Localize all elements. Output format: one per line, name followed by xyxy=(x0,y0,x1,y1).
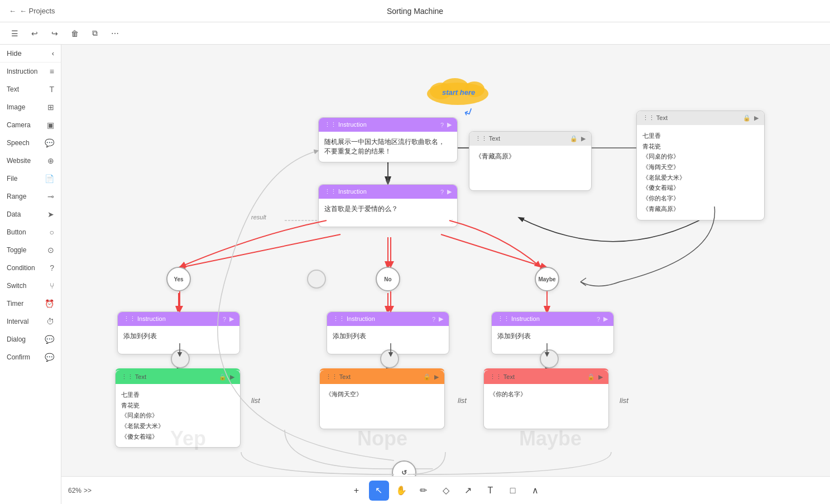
instruction-node-1-help[interactable]: ? xyxy=(440,122,444,128)
sidebar-item-confirm[interactable]: Confirm 💬 xyxy=(0,348,61,366)
sidebar-item-instruction[interactable]: Instruction ≡ xyxy=(0,63,61,80)
sidebar-item-switch-label: Switch xyxy=(7,282,26,290)
sidebar-item-toggle-label: Toggle xyxy=(7,246,26,254)
text-node-orange-play[interactable]: ▶ xyxy=(434,373,439,381)
sidebar-item-file[interactable]: File 📄 xyxy=(0,170,61,188)
bottom-connector-circle[interactable]: ↺ xyxy=(392,460,416,476)
text-node-1-lock[interactable]: 🔒 xyxy=(570,135,578,142)
undo-button[interactable]: ↩ xyxy=(27,26,42,41)
website-icon: ⊕ xyxy=(47,156,54,165)
maybe-circle[interactable]: Maybe xyxy=(535,267,559,291)
sidebar-item-data-label: Data xyxy=(7,210,21,218)
button-icon: ○ xyxy=(50,228,54,237)
instruction-no-node[interactable]: ⋮⋮ Instruction ? ▶ 添加到列表 xyxy=(327,311,449,354)
connector-no-bottom[interactable] xyxy=(380,349,399,368)
text-node-orange-label: ⋮⋮ Text xyxy=(325,373,351,381)
sidebar-item-dialog[interactable]: Dialog 💬 xyxy=(0,330,61,348)
text-node-orange[interactable]: ⋮⋮ Text 🔒 ▶ 《海阔天空》 xyxy=(319,368,445,429)
text-node-pink-body: 《你的名字》 xyxy=(484,384,608,429)
sidebar-item-speech-label: Speech xyxy=(7,139,30,147)
text-button[interactable]: T xyxy=(481,481,501,501)
sidebar-item-condition[interactable]: Condition ? xyxy=(0,259,61,277)
more-button[interactable]: ⋯ xyxy=(107,26,123,41)
instruction-yes-help[interactable]: ? xyxy=(223,316,226,323)
sidebar-hide-button[interactable]: Hide ‹ xyxy=(0,45,61,63)
arrow-button[interactable]: ↗ xyxy=(458,481,478,501)
instruction-maybe-node[interactable]: ⋮⋮ Instruction ? ▶ 添加到列表 xyxy=(491,311,614,354)
instruction-maybe-play[interactable]: ▶ xyxy=(603,315,608,323)
confirm-icon: 💬 xyxy=(45,353,54,362)
instruction-node-2-play[interactable]: ▶ xyxy=(447,188,452,195)
sidebar-item-confirm-label: Confirm xyxy=(7,353,30,361)
instruction-node-1-header: ⋮⋮ Instruction ? ▶ xyxy=(319,118,457,132)
eraser-button[interactable]: ◇ xyxy=(436,481,456,501)
add-button[interactable]: + xyxy=(347,481,367,501)
sidebar-item-switch[interactable]: Switch ⑂ xyxy=(0,277,61,295)
instruction-node-1[interactable]: ⋮⋮ Instruction ? ▶ 随机展示一中国大陆地区流行歌曲歌名，不要重… xyxy=(318,117,458,162)
sidebar-item-text[interactable]: Text T xyxy=(0,80,61,98)
sidebar-item-image[interactable]: Image ⊞ xyxy=(0,98,61,116)
connector-circle-1[interactable] xyxy=(307,270,326,289)
instruction-no-play[interactable]: ▶ xyxy=(439,315,443,323)
text-node-1[interactable]: ⋮⋮ Text 🔒 ▶ 《青藏高原》 xyxy=(469,131,592,191)
zoom-expand[interactable]: >> xyxy=(84,487,92,495)
instruction-maybe-help[interactable]: ? xyxy=(597,316,600,323)
sidebar-item-instruction-label: Instruction xyxy=(7,68,37,75)
sidebar-item-toggle[interactable]: Toggle ⊙ xyxy=(0,241,61,259)
connector-maybe-bottom[interactable] xyxy=(540,349,559,368)
instruction-node-1-play[interactable]: ▶ xyxy=(447,121,452,128)
instruction-node-2[interactable]: ⋮⋮ Instruction ? ▶ 这首歌是关于爱情的么？ ⋮ xyxy=(318,184,458,227)
sidebar-item-camera[interactable]: Camera ▣ xyxy=(0,116,61,134)
toggle-icon: ⊙ xyxy=(47,246,54,255)
sidebar-item-speech[interactable]: Speech 💬 xyxy=(0,134,61,152)
instruction-node-2-body: 这首歌是关于爱情的么？ ⋮ xyxy=(319,199,457,227)
page-title: Sorting Machine xyxy=(387,7,443,16)
text-node-pink-play[interactable]: ▶ xyxy=(598,373,603,381)
yes-circle[interactable]: Yes xyxy=(166,267,191,291)
text-node-1-play[interactable]: ▶ xyxy=(581,135,586,142)
sidebar-item-timer[interactable]: Timer ⏰ xyxy=(0,295,61,313)
more-tools-button[interactable]: ∧ xyxy=(525,481,545,501)
menu-button[interactable]: ☰ xyxy=(7,26,22,41)
file-icon: 📄 xyxy=(45,174,54,183)
text-node-orange-header: ⋮⋮ Text 🔒 ▶ xyxy=(320,370,444,384)
sidebar-item-button[interactable]: Button ○ xyxy=(0,223,61,241)
delete-button[interactable]: 🗑 xyxy=(67,26,83,41)
condition-icon: ? xyxy=(50,263,54,272)
instruction-no-label: ⋮⋮ Instruction xyxy=(333,315,375,323)
text-node-big-lock[interactable]: 🔒 xyxy=(743,114,751,122)
text-node-green-play[interactable]: ▶ xyxy=(230,373,234,381)
instruction-node-2-help[interactable]: ? xyxy=(440,189,444,195)
back-button[interactable]: ← ← Projects xyxy=(9,7,55,15)
sidebar-item-range[interactable]: Range ⊸ xyxy=(0,188,61,205)
bottom-toolbar: 62% >> + ↖ ✋ ✏ ◇ ↗ T □ ∧ xyxy=(61,476,830,504)
sidebar-item-data[interactable]: Data ➤ xyxy=(0,205,61,223)
data-icon: ➤ xyxy=(47,210,54,219)
text-node-pink-lock[interactable]: 🔒 xyxy=(587,373,595,381)
text-node-green-lock[interactable]: 🔒 xyxy=(219,373,227,381)
text-node-big[interactable]: ⋮⋮ Text 🔒 ▶ 七里香青花瓷《同桌的你》《海阔天空》《老鼠爱大米》《傻女… xyxy=(636,111,765,220)
instruction-yes-play[interactable]: ▶ xyxy=(229,315,234,323)
note-button[interactable]: □ xyxy=(503,481,523,501)
select-button[interactable]: ↖ xyxy=(369,481,389,501)
connector-yes-bottom[interactable] xyxy=(171,349,190,368)
duplicate-button[interactable]: ⧉ xyxy=(87,26,103,41)
sidebar-item-interval[interactable]: Interval ⏱ xyxy=(0,313,61,330)
hand-button[interactable]: ✋ xyxy=(391,481,411,501)
no-circle[interactable]: No xyxy=(376,267,400,291)
text-node-big-play[interactable]: ▶ xyxy=(754,114,759,122)
text-node-orange-lock[interactable]: 🔒 xyxy=(423,373,431,381)
back-label: ← Projects xyxy=(20,7,55,15)
canvas[interactable]: start here ↱ ⋮⋮ Instruction ? ▶ 随机展示一中国大… xyxy=(61,45,830,476)
start-here-text: start here xyxy=(442,88,475,97)
header: ← ← Projects Sorting Machine xyxy=(0,0,830,22)
label-nope: Nope xyxy=(357,427,407,450)
pen-button[interactable]: ✏ xyxy=(414,481,434,501)
switch-icon: ⑂ xyxy=(50,281,54,290)
text-node-pink[interactable]: ⋮⋮ Text 🔒 ▶ 《你的名字》 xyxy=(483,368,609,429)
sidebar-item-website[interactable]: Website ⊕ xyxy=(0,152,61,170)
text-node-pink-header: ⋮⋮ Text 🔒 ▶ xyxy=(484,370,608,384)
instruction-yes-node[interactable]: ⋮⋮ Instruction ? ▶ 添加到列表 xyxy=(117,311,240,354)
instruction-no-help[interactable]: ? xyxy=(432,316,435,323)
redo-button[interactable]: ↪ xyxy=(47,26,63,41)
